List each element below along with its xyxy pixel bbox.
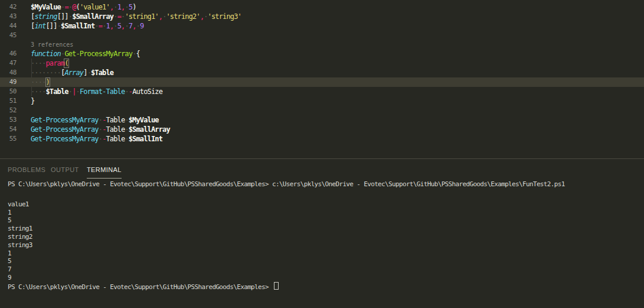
code-token: 'value1' bbox=[80, 3, 110, 11]
code-line-content: } bbox=[31, 96, 34, 106]
code-token: Get-ProcessMyArray bbox=[31, 135, 99, 143]
code-line[interactable]: 50····$Table·|·Format-Table·-AutoSize bbox=[0, 87, 644, 96]
code-token: ) bbox=[46, 78, 50, 86]
code-line[interactable]: 49····) bbox=[0, 77, 644, 87]
whitespace-dots: ········ bbox=[31, 69, 61, 77]
code-line[interactable]: 48········[Array]·$Table bbox=[0, 68, 644, 77]
code-token: $Table bbox=[46, 87, 68, 96]
terminal-line: 9 bbox=[8, 274, 639, 282]
code-line[interactable]: 47····param( bbox=[0, 59, 644, 68]
line-number[interactable]: 53 bbox=[0, 115, 17, 125]
code-token: $SmallArray bbox=[129, 125, 170, 134]
code-line-content: Get-ProcessMyArray·-Table·$MyValue bbox=[31, 115, 159, 125]
code-token: param bbox=[46, 59, 65, 67]
code-line-content: ····$Table·|·Format-Table·-AutoSize bbox=[31, 87, 162, 96]
panel-tab-terminal[interactable]: TERMINAL bbox=[87, 164, 122, 179]
terminal-line: PS C:\Users\pklys\OneDrive - Evotec\Supp… bbox=[8, 180, 639, 189]
code-token: 'string1' bbox=[125, 12, 158, 21]
code-line-content: ····param( bbox=[31, 59, 68, 68]
code-line-content: Get-ProcessMyArray·-Table·$SmallArray bbox=[31, 125, 170, 134]
code-token: []] bbox=[57, 12, 68, 21]
line-number[interactable]: 49 bbox=[0, 77, 17, 87]
line-number[interactable]: 55 bbox=[0, 134, 17, 144]
code-token: []] bbox=[46, 22, 57, 30]
terminal-line: 1 bbox=[8, 209, 639, 217]
panel-tab-output[interactable]: OUTPUT bbox=[51, 164, 79, 176]
code-token: $SmallArray bbox=[72, 12, 113, 21]
codelens-references[interactable]: 3 references bbox=[31, 40, 385, 49]
code-token: Get-ProcessMyArray bbox=[31, 125, 99, 134]
code-line-content: function·Get-ProcessMyArray·{ bbox=[31, 49, 140, 59]
whitespace-dots: ···· bbox=[31, 78, 46, 86]
terminal-line bbox=[8, 189, 639, 200]
code-token: function bbox=[31, 50, 61, 58]
code-line-content: ····) bbox=[31, 77, 50, 87]
line-number[interactable]: 46 bbox=[0, 49, 17, 59]
terminal-prompt-line: PS C:\Users\pklys\OneDrive - Evotec\Supp… bbox=[8, 282, 639, 290]
code-line-content: [string[]]·$SmallArray·=·'string1',·'str… bbox=[31, 12, 241, 21]
line-number[interactable]: 45 bbox=[0, 31, 17, 40]
terminal-line: string2 bbox=[8, 233, 639, 241]
code-line[interactable]: 51} bbox=[0, 96, 644, 106]
code-token: 'string3' bbox=[208, 12, 241, 21]
code-line[interactable]: 46function·Get-ProcessMyArray·{ bbox=[0, 49, 644, 59]
line-number[interactable]: 51 bbox=[0, 96, 17, 106]
terminal-line: 5 bbox=[8, 257, 639, 265]
code-token: AutoSize bbox=[132, 87, 162, 96]
panel-tab-problems[interactable]: PROBLEMS bbox=[8, 164, 45, 176]
terminal-line: string1 bbox=[8, 225, 639, 233]
line-number[interactable]: 50 bbox=[0, 87, 17, 96]
code-line[interactable]: 42$MyValue·=·@('value1',·1,·5) bbox=[0, 2, 644, 12]
code-token: Table bbox=[106, 125, 125, 134]
terminal-line: value1 bbox=[8, 200, 639, 209]
code-line[interactable]: 53Get-ProcessMyArray·-Table·$MyValue bbox=[0, 115, 644, 125]
code-token: $MyValue bbox=[31, 3, 61, 11]
code-token: string bbox=[34, 12, 57, 21]
line-number[interactable]: 52 bbox=[0, 106, 17, 115]
code-line-content: Get-ProcessMyArray·-Table·$SmallInt bbox=[31, 134, 162, 144]
code-token: $SmallInt bbox=[129, 135, 162, 143]
code-token: 'string2' bbox=[166, 12, 200, 21]
terminal-line: 5 bbox=[8, 216, 639, 225]
code-line[interactable]: 43[string[]]·$SmallArray·=·'string1',·'s… bbox=[0, 12, 644, 21]
code-line-content: ········[Array]·$Table bbox=[31, 68, 113, 77]
code-token: 9 bbox=[140, 22, 143, 30]
line-number[interactable]: 43 bbox=[0, 12, 17, 21]
code-token: { bbox=[136, 50, 140, 58]
code-token: ) bbox=[132, 3, 136, 11]
terminal-output[interactable]: PS C:\Users\pklys\OneDrive - Evotec\Supp… bbox=[8, 180, 639, 290]
code-token: Get-ProcessMyArray bbox=[31, 116, 99, 124]
line-number[interactable]: 48 bbox=[0, 68, 17, 77]
code-token: ( bbox=[64, 59, 68, 67]
terminal-line: 7 bbox=[8, 265, 639, 274]
terminal-line: 1 bbox=[8, 249, 639, 258]
line-number[interactable]: 42 bbox=[0, 2, 17, 12]
line-number[interactable]: 47 bbox=[0, 59, 17, 68]
code-line[interactable]: 52 bbox=[0, 106, 644, 115]
bottom-panel: PROBLEMSOUTPUTTERMINAL PS C:\Users\pklys… bbox=[0, 158, 644, 308]
code-line[interactable]: 45 bbox=[0, 31, 644, 40]
code-token: } bbox=[31, 97, 34, 105]
code-token: $MyValue bbox=[129, 116, 159, 124]
code-line[interactable]: 54Get-ProcessMyArray·-Table·$SmallArray bbox=[0, 125, 644, 134]
code-line-content: [int[]]·$SmallInt·=·1,·5,·7,·9 bbox=[31, 21, 143, 31]
code-token: Table bbox=[106, 135, 125, 143]
whitespace-dots: ···· bbox=[31, 87, 46, 96]
terminal-cursor bbox=[274, 282, 279, 290]
terminal-line: string3 bbox=[8, 241, 639, 249]
whitespace-dots: ···· bbox=[31, 59, 46, 67]
code-token: $Table bbox=[91, 69, 113, 77]
line-number[interactable]: 54 bbox=[0, 125, 17, 134]
code-token: int bbox=[34, 22, 45, 30]
code-editor[interactable]: 42$MyValue·=·@('value1',·1,·5)43[string[… bbox=[0, 0, 644, 158]
code-token: Get-ProcessMyArray bbox=[64, 50, 132, 58]
code-line[interactable]: 55Get-ProcessMyArray·-Table·$SmallInt bbox=[0, 134, 644, 144]
code-token: Table bbox=[106, 116, 125, 124]
line-number[interactable]: 44 bbox=[0, 21, 17, 31]
code-line[interactable]: 44[int[]]·$SmallInt·=·1,·5,·7,·9 bbox=[0, 21, 644, 31]
code-token: $SmallInt bbox=[61, 22, 94, 30]
code-line-content: $MyValue·=·@('value1',·1,·5) bbox=[31, 2, 136, 12]
code-token: Array bbox=[64, 69, 83, 77]
code-token: Format-Table bbox=[80, 87, 125, 96]
